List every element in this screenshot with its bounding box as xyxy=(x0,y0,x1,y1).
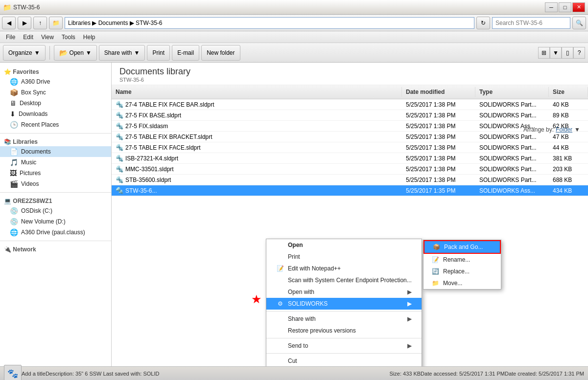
ctx-sep-3 xyxy=(266,353,422,354)
view-change-button[interactable]: ⊞ xyxy=(538,47,550,59)
submenu-rename[interactable]: 📝 Rename... xyxy=(423,254,501,266)
menu-view[interactable]: View xyxy=(37,33,58,42)
arrange-arrow[interactable]: ▼ xyxy=(574,126,580,133)
sidebar-item-boxsync[interactable]: 📦 Box Sync xyxy=(0,87,111,98)
table-row[interactable]: 🔩 27-5 FIX BASE.sldprt 5/25/2017 1:38 PM… xyxy=(112,110,588,121)
refresh-button[interactable]: ↻ xyxy=(476,17,490,29)
file-type-cell: SOLIDWORKS Part... xyxy=(475,99,549,110)
sidebar-item-downloads[interactable]: ⬇ Downloads xyxy=(0,109,111,119)
table-row[interactable]: 🔩 27-4 TABLE FIX FACE BAR.sldprt 5/25/20… xyxy=(112,99,588,110)
videos-icon: 🎬 xyxy=(10,180,18,188)
file-type-cell: SOLIDWORKS Ass... xyxy=(475,185,549,196)
rename-icon: 📝 xyxy=(431,256,439,263)
libraries-header[interactable]: 📚 Libraries xyxy=(0,136,111,146)
status-size: Size: 433 KB xyxy=(390,371,421,377)
minimize-button[interactable]: ─ xyxy=(545,2,558,12)
arrange-by: Arrange by: Folder ▼ xyxy=(523,126,580,133)
file-name: 27-5 FIX BASE.sldprt xyxy=(125,112,181,119)
open-button[interactable]: 📂 Open ▼ xyxy=(54,45,97,61)
table-row[interactable]: 🔩 MMC-33501.sldprt 5/25/2017 1:38 PM SOL… xyxy=(112,164,588,175)
ctx-share-with[interactable]: Share with▶ xyxy=(266,313,422,325)
sidebar-item-recent[interactable]: 🕒 Recent Places xyxy=(0,119,111,130)
up-button[interactable]: ↑ xyxy=(33,17,47,29)
ctx-restore[interactable]: Restore previous versions xyxy=(266,325,422,336)
col-date[interactable]: Date modified xyxy=(402,87,475,97)
search-button[interactable]: 🔍 xyxy=(572,17,586,29)
ctx-scan[interactable]: Scan with System Center Endpoint Protect… xyxy=(266,274,422,286)
sidebar-item-osdisk[interactable]: 💿 OSDisk (C:) xyxy=(0,205,111,216)
favorites-header[interactable]: ⭐ Favorites xyxy=(0,67,111,76)
sidebar-divider-1 xyxy=(0,133,111,134)
status-accessed: Date accessed: 5/25/2017 1:31 PM xyxy=(421,371,505,377)
search-input[interactable] xyxy=(492,17,570,29)
network-header[interactable]: 🔌 Network xyxy=(0,244,111,254)
sidebar-item-a360drive[interactable]: 🌐 A360 Drive (paul.clauss) xyxy=(0,227,111,238)
submenu-replace[interactable]: 🔄 Replace... xyxy=(423,266,501,277)
file-name-cell: 🔩 27-5 TABLE FIX BRACKET.sldprt xyxy=(112,132,402,142)
col-name[interactable]: Name xyxy=(112,87,402,97)
sidebar-item-a360[interactable]: 🌐 A360 Drive xyxy=(0,76,111,87)
col-size[interactable]: Size xyxy=(549,87,588,97)
table-row[interactable]: 🔩 STW-35-6... 5/25/2017 1:35 PM SOLIDWOR… xyxy=(112,185,588,196)
forward-button[interactable]: ▶ xyxy=(18,17,31,29)
menu-help[interactable]: Help xyxy=(79,33,99,42)
col-type[interactable]: Type xyxy=(475,87,549,97)
organize-button[interactable]: Organize ▼ xyxy=(3,45,46,61)
ctx-open[interactable]: Open xyxy=(266,239,422,251)
ctx-solidworks[interactable]: ⚙SOLIDWORKS▶ xyxy=(266,298,422,310)
maximize-button[interactable]: □ xyxy=(559,2,571,12)
table-row[interactable]: 🔩 27-5 TABLE FIX BRACKET.sldprt 5/25/201… xyxy=(112,132,588,142)
help-button[interactable]: ? xyxy=(573,47,585,59)
computer-header[interactable]: 💻 ORE2ZS8WZ1 xyxy=(0,196,111,205)
file-name-cell: 🔩 27-5 FIX.sldasm xyxy=(112,121,402,131)
notepad-icon: 📝 xyxy=(276,265,284,272)
sidebar-label-osdisk: OSDisk (C:) xyxy=(21,207,52,214)
status-bar: 🐾 Add a title Description: 35" 6 S SW La… xyxy=(0,366,588,380)
folder-icon-btn[interactable]: 📁 xyxy=(49,17,63,29)
email-label: E-mail xyxy=(177,49,194,56)
sidebar-item-music[interactable]: 🎵 Music xyxy=(0,157,111,168)
share-with-button[interactable]: Share with ▼ xyxy=(99,45,145,61)
submenu-move[interactable]: 📁 Move... xyxy=(423,277,501,289)
menu-tools[interactable]: Tools xyxy=(58,33,79,42)
ctx-sep-2 xyxy=(266,338,422,338)
table-row[interactable]: 🔩 ISB-27321-K4.sldprt 5/25/2017 1:38 PM … xyxy=(112,153,588,164)
ctx-notepad[interactable]: 📝Edit with Notepad++ xyxy=(266,263,422,274)
table-row[interactable]: 🔩 STB-35600.sldprt 5/25/2017 1:38 PM SOL… xyxy=(112,175,588,185)
sidebar-item-videos[interactable]: 🎬 Videos xyxy=(0,179,111,189)
close-button[interactable]: ✕ xyxy=(572,2,585,12)
menu-edit[interactable]: Edit xyxy=(19,33,37,42)
address-input[interactable] xyxy=(65,17,474,29)
ctx-send-to[interactable]: Send to▶ xyxy=(266,340,422,352)
ctx-cut[interactable]: Cut xyxy=(266,355,422,366)
library-title: Documents library xyxy=(119,67,580,77)
status-avatar: 🐾 xyxy=(4,365,22,380)
new-folder-button[interactable]: New folder xyxy=(201,45,240,61)
move-icon: 📁 xyxy=(431,280,439,287)
sidebar-item-pictures[interactable]: 🖼 Pictures xyxy=(0,168,111,179)
preview-pane-button[interactable]: ▯ xyxy=(562,47,573,59)
sidebar-item-documents[interactable]: 📄 Documents xyxy=(0,146,111,157)
sidebar-item-desktop[interactable]: 🖥 Desktop xyxy=(0,98,111,109)
newvolume-icon: 💿 xyxy=(10,218,18,225)
back-button[interactable]: ◀ xyxy=(2,17,16,29)
menu-file[interactable]: File xyxy=(2,33,19,42)
file-date-cell: 5/25/2017 1:38 PM xyxy=(402,99,475,110)
file-name-cell: 🔩 STB-35600.sldprt xyxy=(112,175,402,185)
arrange-value[interactable]: Folder xyxy=(556,126,572,133)
submenu-pack-go[interactable]: 📦 Pack and Go... xyxy=(423,240,501,254)
sidebar-label-documents: Documents xyxy=(21,148,51,155)
email-button[interactable]: E-mail xyxy=(172,45,199,61)
ctx-print[interactable]: Print xyxy=(266,251,422,263)
table-row[interactable]: 🔩 27-5 FIX.sldasm 5/25/2017 1:38 PM SOLI… xyxy=(112,121,588,132)
table-row[interactable]: 🔩 27-5 TABLE FIX FACE.sldprt 5/25/2017 1… xyxy=(112,142,588,153)
view-dropdown-button[interactable]: ▼ xyxy=(550,47,562,59)
sidebar-item-newvolume[interactable]: 💿 New Volume (D:) xyxy=(0,216,111,227)
file-icon: 🔩 xyxy=(116,155,123,162)
file-name: 27-5 TABLE FIX BRACKET.sldprt xyxy=(125,134,212,140)
ctx-open-with[interactable]: Open with▶ xyxy=(266,286,422,298)
open-with-arrow: ▶ xyxy=(407,289,412,295)
print-button[interactable]: Print xyxy=(147,45,170,61)
recent-icon: 🕒 xyxy=(10,121,18,129)
file-name: STW-35-6... xyxy=(125,187,157,194)
